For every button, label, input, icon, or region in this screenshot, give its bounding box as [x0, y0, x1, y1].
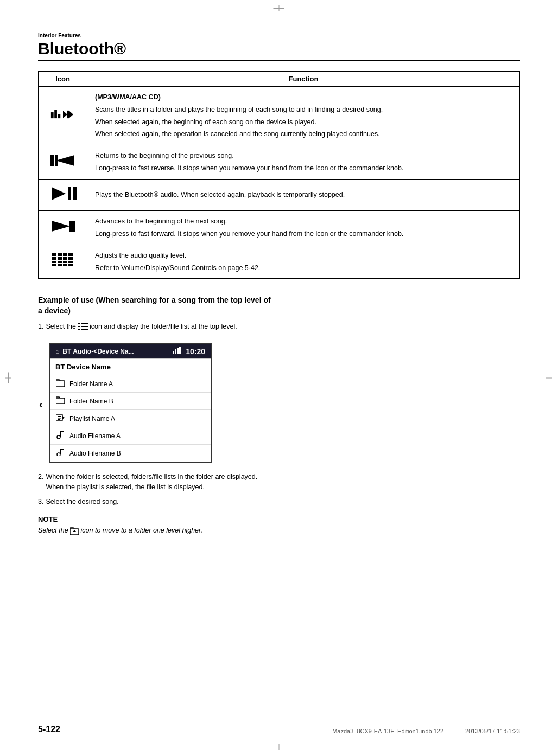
svg-marker-9 [52, 187, 66, 200]
eq-desc2: Refer to Volume/Display/Sound Controls o… [95, 263, 512, 273]
folder-icon [55, 396, 65, 406]
note-heading: NOTE [38, 515, 271, 523]
list-item-folder-a[interactable]: Folder Name A [50, 375, 211, 393]
svg-point-51 [57, 453, 60, 456]
playpause-desc: Plays the Bluetooth® audio. When selecte… [95, 190, 512, 200]
svg-rect-44 [58, 416, 61, 417]
svg-marker-5 [69, 111, 73, 118]
svg-rect-46 [58, 419, 60, 420]
svg-marker-3 [63, 111, 67, 118]
device-screen-wrapper: ‹ ⌂ BT Audio-<Device Na... [49, 336, 212, 472]
function-table: Icon Function [38, 71, 520, 279]
prev-icon-cell [39, 145, 87, 180]
svg-rect-20 [58, 257, 62, 260]
step-2-num: 2. [38, 472, 43, 492]
svg-rect-19 [52, 257, 56, 260]
svg-rect-21 [63, 257, 67, 260]
playpause-icon [49, 185, 77, 202]
svg-rect-32 [81, 323, 88, 324]
scan-icon-cell [39, 87, 87, 145]
title-divider [38, 60, 520, 61]
device-list: BT Device Name Folder Name A [50, 358, 211, 462]
svg-rect-40 [179, 347, 181, 354]
step-3-text: Select the desired song. [46, 497, 118, 507]
svg-rect-24 [58, 261, 62, 263]
device-name-item: BT Device Name [50, 359, 211, 375]
svg-rect-25 [63, 261, 67, 263]
prev-icon [49, 152, 77, 169]
next-desc2: Long-press to fast forward. It stops whe… [95, 229, 512, 239]
right-column [287, 295, 520, 536]
svg-rect-37 [173, 351, 174, 354]
back-arrow-icon: ‹ [39, 398, 43, 411]
next-desc1: Advances to the beginning of the next so… [95, 216, 512, 227]
prev-desc2: Long-press to fast reverse. It stops whe… [95, 163, 512, 174]
table-row: Returns to the beginning of the previous… [39, 145, 520, 180]
folder-b-label: Folder Name B [69, 398, 113, 405]
eq-function-cell: Adjusts the audio quality level. Refer t… [87, 245, 520, 279]
svg-rect-33 [78, 326, 80, 327]
svg-rect-4 [67, 111, 68, 118]
footer-date: 2013/05/17 11:51:23 [465, 728, 520, 734]
eq-icon [51, 252, 75, 268]
wifi-icon [173, 347, 182, 356]
svg-rect-23 [52, 261, 56, 263]
eq-icon-cell [39, 245, 87, 279]
up-folder-icon [70, 527, 79, 535]
audio-icon [55, 431, 65, 440]
prev-function-cell: Returns to the beginning of the previous… [87, 145, 520, 180]
home-icon: ⌂ [55, 348, 59, 355]
list-item-folder-b[interactable]: Folder Name B [50, 393, 211, 410]
scan-icon [50, 106, 76, 123]
svg-marker-47 [62, 416, 65, 419]
left-column: Example of use (When searching for a son… [38, 295, 271, 536]
playlist-svg [56, 414, 65, 421]
svg-rect-15 [52, 253, 56, 256]
prev-desc1: Returns to the beginning of the previous… [95, 151, 512, 161]
scan-desc3: When selected again, the operation is ca… [95, 129, 512, 139]
scan-title: (MP3/WMA/AAC CD) [95, 93, 161, 101]
table-row: Plays the Bluetooth® audio. When selecte… [39, 179, 520, 211]
corner-mark-tl [11, 11, 22, 22]
cross-left [5, 378, 12, 379]
folder-icon [55, 379, 65, 388]
svg-rect-2 [58, 114, 60, 118]
cross-right [546, 378, 553, 379]
list-item-audio-b[interactable]: Audio Filename B [50, 445, 211, 462]
table-row: Advances to the beginning of the next so… [39, 211, 520, 245]
svg-rect-14 [72, 221, 75, 232]
footer-filename: Mazda3_8CX9-EA-13F_Edition1.indb 122 [332, 728, 443, 734]
page-footer: 5-122 Mazda3_8CX9-EA-13F_Edition1.indb 1… [38, 725, 520, 734]
page-number: 5-122 [38, 725, 60, 734]
example-heading: Example of use (When searching for a son… [38, 295, 271, 316]
device-screen: ⌂ BT Audio-<Device Na... [49, 343, 212, 463]
folder-svg [56, 396, 65, 404]
list-item-playlist-a[interactable]: Playlist Name A [50, 410, 211, 427]
cross-top [279, 5, 280, 12]
step-3-num: 3. [38, 497, 43, 507]
playpause-function-cell: Plays the Bluetooth® audio. When selecte… [87, 179, 520, 211]
svg-rect-28 [58, 264, 62, 266]
device-header: ⌂ BT Audio-<Device Na... [50, 344, 211, 358]
svg-rect-30 [68, 264, 73, 266]
svg-rect-50 [60, 431, 64, 432]
step-1-text: Select the icon and display the folder/f… [46, 322, 237, 332]
svg-rect-1 [54, 110, 57, 118]
table-header-function: Function [87, 72, 520, 87]
svg-rect-38 [175, 349, 176, 354]
svg-rect-18 [68, 253, 73, 256]
audio-b-label: Audio Filename B [69, 450, 121, 457]
step-2-text: When the folder is selected, folders/fil… [46, 472, 271, 492]
cross-bottom [279, 744, 280, 751]
device-header-text: BT Audio-<Device Na... [62, 348, 134, 355]
step-1: 1. Select the icon and display the folde… [38, 322, 271, 332]
svg-rect-29 [63, 264, 67, 266]
section-label: Interior Features [38, 33, 520, 39]
svg-rect-27 [52, 264, 56, 266]
svg-rect-45 [58, 418, 61, 419]
list-item-audio-a[interactable]: Audio Filename A [50, 427, 211, 445]
note-section: NOTE Select the icon to move to a folder… [38, 515, 271, 536]
svg-rect-36 [81, 329, 88, 330]
audio-a-label: Audio Filename A [69, 432, 121, 440]
signal-icon [173, 347, 182, 354]
